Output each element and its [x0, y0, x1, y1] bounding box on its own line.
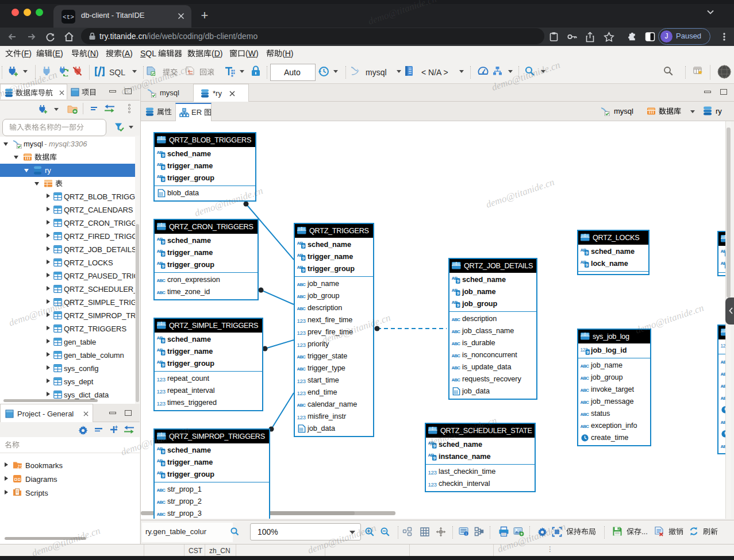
- svg-text:<t>: <t>: [63, 14, 74, 21]
- svg-text:i: i: [466, 532, 466, 536]
